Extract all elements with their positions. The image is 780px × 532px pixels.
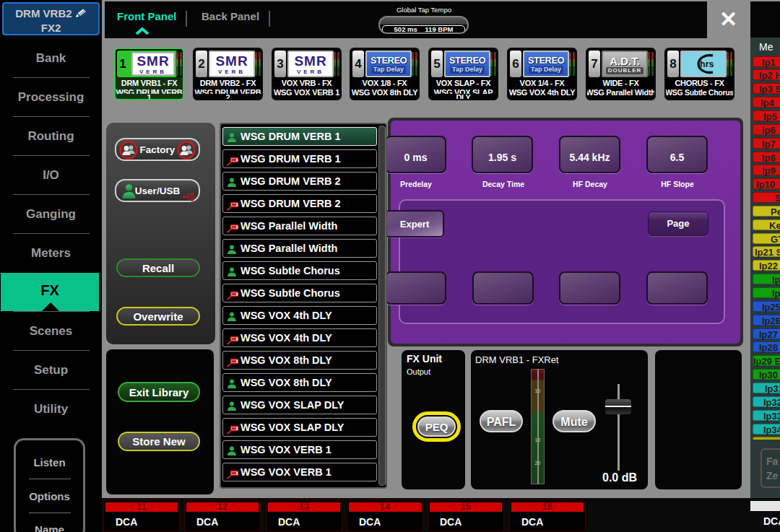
- svg-text:hrs: hrs: [700, 59, 714, 69]
